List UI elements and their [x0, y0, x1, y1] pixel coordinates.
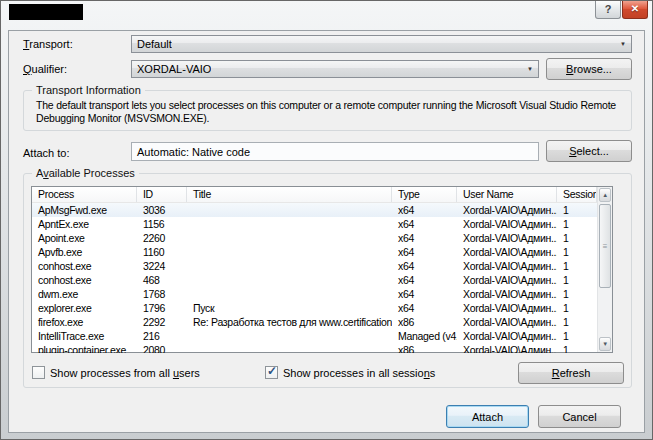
cell-id: 1156 — [137, 217, 187, 231]
cell-type: x64 — [392, 231, 457, 245]
cell-session: 1 — [557, 273, 597, 287]
browse-button[interactable]: Browse... — [546, 58, 632, 80]
cell-process: plugin-container.exe — [32, 343, 137, 353]
cell-user-name: Xordal-VAIO\Админ... — [457, 273, 557, 287]
available-processes-title: Available Processes — [32, 167, 139, 179]
chevron-down-icon: ▼ — [620, 41, 626, 47]
cell-process: dwm.exe — [32, 287, 137, 301]
cell-session: 1 — [557, 217, 597, 231]
attach-to-field[interactable]: Automatic: Native code — [131, 142, 539, 161]
cell-process: conhost.exe — [32, 273, 137, 287]
attach-button[interactable]: Attach — [446, 405, 529, 428]
transport-value: Default — [137, 38, 172, 50]
cell-type: x64 — [392, 301, 457, 315]
scroll-up-button[interactable]: ▲ — [599, 188, 611, 202]
cell-user-name: Xordal-VAIO\Админ... — [457, 245, 557, 259]
cell-title: Re: Разработка тестов для www.certificat… — [187, 315, 392, 329]
select-button[interactable]: Select... — [546, 140, 632, 162]
table-row[interactable]: dwm.exe 1768 x64 Xordal-VAIO\Админ... 1 — [32, 287, 597, 301]
cell-user-name: Xordal-VAIO\Админ... — [457, 343, 557, 353]
table-row[interactable]: explorer.exe 1796 Пуск x64 Xordal-VAIO\А… — [32, 301, 597, 315]
cell-session: 1 — [557, 231, 597, 245]
cell-process: IntelliTrace.exe — [32, 329, 137, 343]
cell-id: 2260 — [137, 231, 187, 245]
column-header-title[interactable]: Title — [187, 187, 392, 202]
show-all-sessions-label: Show processes in all sessions — [283, 367, 435, 379]
table-row[interactable]: firefox.exe 2292 Re: Разработка тестов д… — [32, 315, 597, 329]
show-all-users-label: Show processes from all users — [50, 367, 200, 379]
qualifier-label: Qualifier: — [23, 63, 67, 75]
table-row[interactable]: conhost.exe 3224 x64 Xordal-VAIO\Админ..… — [32, 259, 597, 273]
table-row[interactable]: Apvfb.exe 1160 x64 Xordal-VAIO\Админ... … — [32, 245, 597, 259]
cell-process: firefox.exe — [32, 315, 137, 329]
cell-id: 1768 — [137, 287, 187, 301]
cell-id: 216 — [137, 329, 187, 343]
cell-process: ApMsgFwd.exe — [32, 203, 137, 217]
cell-session: 1 — [557, 259, 597, 273]
column-header-type[interactable]: Type — [392, 187, 457, 202]
process-list-header: Process ID Title Type User Name Session — [32, 187, 597, 203]
cell-title — [187, 231, 392, 245]
scroll-down-icon: ▼ — [602, 341, 608, 347]
column-header-session[interactable]: Session — [557, 187, 597, 202]
attach-to-value: Automatic: Native code — [137, 146, 250, 158]
cell-user-name: Xordal-VAIO\Админ... — [457, 259, 557, 273]
scrollbar-grip-icon: ≡ — [603, 242, 607, 251]
cancel-button-label: Cancel — [562, 411, 596, 423]
refresh-button[interactable]: Refresh — [518, 362, 624, 384]
table-row[interactable]: plugin-container.exe 2080 x86 Xordal-VAI… — [32, 343, 597, 353]
attach-button-label: Attach — [472, 411, 503, 423]
scrollbar-thumb[interactable]: ≡ — [599, 204, 611, 288]
browse-button-label: Browse... — [566, 63, 612, 75]
qualifier-value: XORDAL-VAIO — [137, 63, 211, 75]
cell-type: Managed (v4.... — [392, 329, 457, 343]
cell-session: 1 — [557, 245, 597, 259]
qualifier-combobox[interactable]: XORDAL-VAIO ▼ — [131, 60, 539, 78]
cell-type: x64 — [392, 203, 457, 217]
cell-type: x86 — [392, 343, 457, 353]
help-icon: ? — [605, 3, 612, 15]
attach-to-label: Attach to: — [23, 147, 69, 159]
process-list: Process ID Title Type User Name Session … — [31, 186, 613, 353]
cell-title — [187, 343, 392, 353]
column-header-user-name[interactable]: User Name — [457, 187, 557, 202]
scroll-up-icon: ▲ — [602, 192, 608, 198]
scroll-down-button[interactable]: ▼ — [599, 337, 611, 351]
cell-process: Apvfb.exe — [32, 245, 137, 259]
cell-session: 1 — [557, 315, 597, 329]
table-row[interactable]: IntelliTrace.exe 216 Managed (v4.... Xor… — [32, 329, 597, 343]
cell-process: ApntEx.exe — [32, 217, 137, 231]
show-all-users-checkbox[interactable]: ✓ — [32, 366, 45, 379]
cell-session: 1 — [557, 343, 597, 353]
vertical-scrollbar[interactable]: ▲ ≡ ▼ — [597, 187, 612, 352]
cell-type: x64 — [392, 273, 457, 287]
cell-id: 2292 — [137, 315, 187, 329]
cell-id: 468 — [137, 273, 187, 287]
refresh-button-label: Refresh — [552, 367, 591, 379]
cell-user-name: Xordal-VAIO\Админ... — [457, 231, 557, 245]
transport-label: Transport: — [23, 38, 73, 50]
transport-information-title: Transport Information — [32, 84, 145, 96]
cell-session: 1 — [557, 203, 597, 217]
cell-type: x64 — [392, 217, 457, 231]
cell-type: x64 — [392, 259, 457, 273]
cancel-button[interactable]: Cancel — [538, 405, 621, 428]
show-all-sessions-checkbox[interactable]: ✓ — [265, 366, 278, 379]
column-header-process[interactable]: Process — [32, 187, 137, 202]
cell-title — [187, 245, 392, 259]
help-button[interactable]: ? — [595, 1, 621, 19]
cell-process: Apoint.exe — [32, 231, 137, 245]
table-row[interactable]: Apoint.exe 2260 x64 Xordal-VAIO\Админ...… — [32, 231, 597, 245]
cell-user-name: Xordal-VAIO\Админ... — [457, 301, 557, 315]
cell-user-name: Xordal-VAIO\Админ... — [457, 315, 557, 329]
table-row[interactable]: conhost.exe 468 x64 Xordal-VAIO\Админ...… — [32, 273, 597, 287]
column-header-id[interactable]: ID — [137, 187, 187, 202]
table-row[interactable]: ApntEx.exe 1156 x64 Xordal-VAIO\Админ...… — [32, 217, 597, 231]
table-row[interactable]: ApMsgFwd.exe 3036 x64 Xordal-VAIO\Админ.… — [32, 203, 597, 217]
cell-id: 1796 — [137, 301, 187, 315]
cell-user-name: Xordal-VAIO\Админ... — [457, 287, 557, 301]
transport-combobox[interactable]: Default ▼ — [131, 35, 632, 53]
cell-title — [187, 259, 392, 273]
close-button[interactable]: ✕ — [622, 1, 648, 19]
cell-session: 1 — [557, 329, 597, 343]
